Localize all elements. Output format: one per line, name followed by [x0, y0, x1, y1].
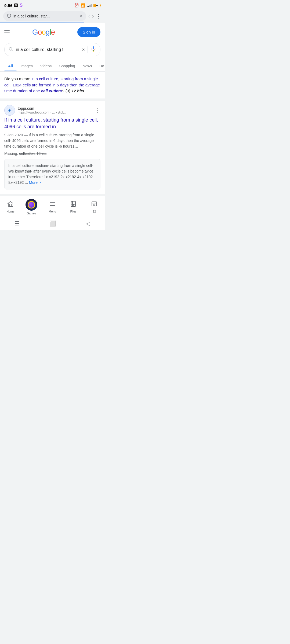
forward-button[interactable]: › [92, 13, 94, 19]
logo-g: G [32, 28, 38, 36]
source-domain: toppr.com [18, 106, 66, 111]
alarm-icon: ⏰ [74, 3, 79, 8]
nav-files[interactable]: Files [65, 201, 81, 213]
tab-news[interactable]: News [79, 61, 96, 71]
back-button[interactable]: ‹ [88, 13, 90, 19]
tab-images[interactable]: Images [17, 61, 37, 71]
did-you-mean-bold: cell cutlets [41, 89, 62, 93]
sign-in-button[interactable]: Sign in [77, 27, 100, 37]
hamburger-menu[interactable] [4, 30, 10, 34]
nav-games[interactable]: Games [23, 199, 39, 215]
games-thumbnail [26, 199, 37, 211]
nav-tabs-label: 12 [93, 210, 96, 213]
logo-o2: o [42, 28, 46, 36]
missing-word1: cellcutleis [19, 151, 35, 156]
bottom-nav: Home Games Menu Files [0, 196, 105, 217]
nav-files-label: Files [70, 210, 76, 213]
search-bar-container: × [0, 41, 105, 61]
search-bar[interactable]: × [4, 43, 100, 56]
system-menu-icon[interactable]: ☰ [15, 220, 20, 227]
status-vanced-icon: V [14, 3, 18, 7]
search-icon [8, 47, 13, 53]
search-tabs: All Images Videos Shopping News Bo [0, 61, 105, 72]
svg-rect-2 [93, 46, 94, 49]
home-icon [7, 201, 14, 209]
source-text: toppr.com https://www.toppr.com › ... › … [18, 106, 66, 114]
nav-home[interactable]: Home [2, 201, 19, 213]
nav-tabs[interactable]: 12 12 [86, 201, 102, 213]
missing-text: Missing: cellcutleis 12hits [4, 151, 100, 156]
tab-all[interactable]: All [4, 61, 17, 71]
missing-word2: 12hits [37, 151, 46, 156]
source-icon [4, 105, 15, 116]
tabs-icon: 12 [91, 201, 97, 209]
did-you-mean-hits: 12 hits [71, 89, 84, 93]
source-url: https://www.toppr.com › ... › Biol... [18, 111, 66, 114]
system-home-icon[interactable]: ⬜ [49, 220, 56, 227]
result-source: toppr.com https://www.toppr.com › ... › … [4, 105, 100, 116]
results-area: Did you mean: in a cell culture, startin… [0, 72, 105, 194]
nav-menu-label: Menu [49, 210, 56, 213]
system-back-icon[interactable]: ◁ [86, 220, 90, 227]
tab-videos[interactable]: Videos [37, 61, 56, 71]
tab-shopping[interactable]: Shopping [55, 61, 79, 71]
result-title[interactable]: If in a cell culture, starting from a si… [4, 117, 100, 130]
expandable-box: In a cell culture medium- starting from … [4, 159, 100, 189]
result-snippet: 9 Jan 2020 — If in a cell culture- start… [4, 132, 100, 149]
google-logo: Google [32, 28, 55, 36]
svg-text:12: 12 [93, 204, 96, 206]
url-close-icon[interactable]: × [80, 14, 82, 19]
search-clear-icon[interactable]: × [82, 47, 85, 53]
browser-bar: in a cell culture, star... × ‹ › ⋮ [0, 10, 105, 23]
svg-rect-10 [71, 201, 75, 207]
logo-g2: g [46, 28, 50, 36]
status-bar: 9:56 V S ⏰ 📶 26 [0, 0, 105, 10]
signal-bars [87, 4, 92, 7]
menu-icon [49, 201, 56, 209]
status-left: 9:56 V S [4, 3, 23, 8]
url-bar[interactable]: in a cell culture, star... × [3, 11, 86, 21]
nav-menu[interactable]: Menu [44, 201, 60, 213]
nav-home-label: Home [6, 210, 14, 213]
system-nav: ☰ ⬜ ◁ [0, 217, 105, 230]
logo-e: e [51, 28, 55, 36]
source-info: toppr.com https://www.toppr.com › ... › … [4, 105, 66, 116]
games-ball [28, 201, 35, 208]
wifi-icon: 📶 [81, 3, 85, 8]
logo-o1: o [38, 28, 42, 36]
url-text: in a cell culture, star... [13, 14, 78, 18]
result-date: 9 Jan 2020 [4, 133, 23, 137]
status-right: ⏰ 📶 26 [74, 3, 100, 8]
microphone-icon[interactable] [90, 46, 96, 53]
shield-icon [7, 13, 11, 19]
result-card-1: toppr.com https://www.toppr.com › ... › … [0, 101, 105, 194]
search-divider [88, 46, 88, 53]
status-app2: S [20, 3, 23, 8]
svg-line-1 [12, 50, 13, 51]
did-you-mean-prefix: Did you mean: [4, 76, 31, 81]
more-link[interactable]: More > [29, 180, 41, 185]
search-input[interactable] [16, 47, 79, 52]
did-you-mean-suffix: :- (3) [62, 89, 71, 93]
files-icon [70, 201, 77, 209]
nav-games-label: Games [27, 212, 36, 215]
google-header: Google Sign in [0, 23, 105, 41]
more-options-button[interactable]: ⋮ [96, 13, 102, 19]
tab-books[interactable]: Bo [96, 61, 105, 71]
expandable-text: In a cell culture medium- starting from … [8, 163, 94, 185]
did-you-mean-section: Did you mean: in a cell culture, startin… [0, 72, 105, 98]
battery-icon: 26 [93, 4, 100, 7]
status-time: 9:56 [4, 3, 12, 8]
svg-point-0 [9, 47, 12, 50]
result-more-button[interactable]: ⋮ [95, 107, 100, 114]
missing-label: Missing: [4, 151, 19, 156]
